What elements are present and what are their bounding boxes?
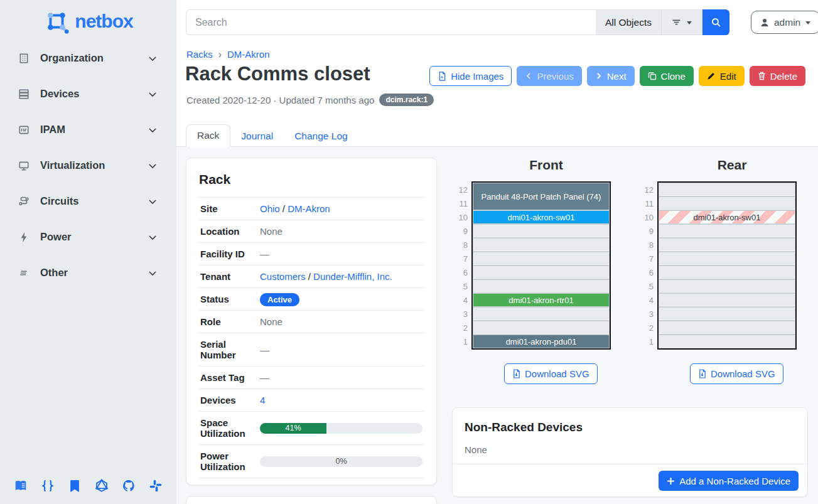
sidebar-item-label: Devices (40, 88, 148, 100)
site-group-link[interactable]: DM-Akron (288, 203, 330, 214)
caret-down-icon (686, 19, 692, 26)
table-row: Role None (199, 311, 424, 333)
unit-number: 11 (638, 197, 656, 211)
status-badge: Active (260, 293, 299, 306)
next-button[interactable]: Next (587, 66, 635, 86)
empty-unit-slot[interactable] (473, 321, 610, 335)
edit-button[interactable]: Edit (699, 66, 745, 86)
rack-device[interactable]: Panduit 48-Port Patch Panel (74) (473, 183, 609, 210)
sidebar-item-devices[interactable]: Devices (0, 76, 176, 112)
empty-unit-slot[interactable] (659, 224, 795, 238)
unit-number: 4 (638, 294, 656, 308)
sidebar-item-circuits[interactable]: Circuits (0, 183, 176, 219)
empty-unit-slot[interactable] (659, 238, 795, 252)
search-button[interactable] (702, 9, 729, 35)
docs-book-icon[interactable] (14, 479, 28, 493)
hide-images-button[interactable]: Hide Images (429, 66, 512, 86)
server-stack-icon (18, 88, 30, 100)
table-row: Site Ohio / DM-Akron (199, 198, 424, 220)
rack-device[interactable]: dmi01-akron-sw01 (473, 211, 609, 223)
non-racked-devices-panel: Non-Racked Devices None Add a Non-Racked… (452, 407, 808, 497)
empty-unit-slot[interactable] (659, 252, 795, 265)
table-row: Tenant Customers / Dunder-Mifflin, Inc. (199, 265, 424, 288)
unit-number: 12 (638, 183, 656, 197)
empty-unit-slot[interactable] (659, 265, 795, 279)
download-svg-rear-button[interactable]: Download SVG (690, 363, 783, 384)
location-value: None (260, 226, 422, 237)
api-braces-icon[interactable] (41, 479, 55, 493)
tenant-link[interactable]: Dunder-Mifflin, Inc. (313, 271, 392, 282)
sidebar-item-other[interactable]: Other (0, 255, 176, 291)
sidebar-item-label: Power (40, 231, 148, 243)
chevron-right-icon (595, 72, 603, 80)
unit-number: 6 (638, 266, 656, 280)
rack-info-panel: Rack Site Ohio / DM-Akron Location None (186, 158, 437, 485)
journal-bookmark-icon[interactable] (68, 479, 82, 493)
empty-unit-slot[interactable] (659, 279, 795, 293)
netbox-logo[interactable]: netbox (0, 0, 176, 36)
slack-icon[interactable] (149, 479, 163, 493)
rack-frame: Panduit 48-Port Patch Panel (74)dmi01-ak… (471, 181, 611, 350)
unit-number: 5 (638, 280, 656, 294)
empty-unit-slot[interactable] (659, 335, 795, 348)
site-link[interactable]: Ohio (260, 203, 280, 214)
device-count-link[interactable]: 4 (260, 395, 265, 405)
lightning-bolt-icon (18, 231, 30, 244)
space-utilization-bar: 41% (260, 423, 422, 434)
user-name: admin (774, 17, 800, 28)
unit-number: 4 (453, 294, 470, 308)
facility-id-value: — (260, 249, 422, 259)
sidebar-footer (0, 473, 176, 499)
image-file-icon (438, 72, 446, 81)
search-icon (711, 17, 721, 28)
sidebar-item-virtualization[interactable]: Virtualization (0, 147, 176, 183)
download-svg-front-button[interactable]: Download SVG (504, 363, 598, 384)
search-input[interactable] (186, 9, 596, 35)
sidebar: netbox Organization Devices (0, 0, 176, 504)
sidebar-item-power[interactable]: Power (0, 219, 176, 255)
empty-unit-slot[interactable] (473, 224, 610, 238)
previous-button[interactable]: Previous (517, 66, 581, 86)
user-menu-button[interactable]: admin (751, 11, 818, 34)
sidebar-item-organization[interactable]: Organization (0, 40, 176, 76)
add-non-racked-device-button[interactable]: Add a Non-Racked Device (659, 471, 799, 491)
search-scope-select[interactable]: All Objects (596, 9, 662, 35)
empty-unit-slot[interactable] (473, 265, 610, 279)
rack-device[interactable]: dmi01-akron-sw01 (659, 211, 795, 223)
empty-unit-slot[interactable] (659, 293, 795, 307)
unit-number: 11 (453, 197, 470, 211)
breadcrumb-link-racks[interactable]: Racks (186, 49, 213, 60)
table-row: Space Utilization 41% (199, 412, 424, 445)
github-icon[interactable] (122, 479, 136, 493)
empty-unit-slot[interactable] (659, 196, 795, 210)
object-meta: Created 2020-12-20 · Updated 7 months ag… (186, 94, 434, 106)
rack-device[interactable]: dmi01-akron-rtr01 (473, 294, 609, 306)
empty-unit-slot[interactable] (659, 307, 795, 321)
sidebar-item-ipam[interactable]: IPAM (0, 112, 176, 147)
unit-number: 9 (453, 225, 470, 239)
empty-unit-slot[interactable] (473, 279, 610, 293)
sidebar-item-label: Virtualization (40, 159, 148, 171)
empty-unit-slot[interactable] (473, 252, 610, 265)
tab-rack[interactable]: Rack (186, 124, 230, 147)
sidebar-item-label: Organization (40, 52, 148, 64)
delete-button[interactable]: Delete (750, 66, 805, 86)
empty-unit-slot[interactable] (473, 307, 610, 321)
rack-device[interactable]: dmi01-akron-pdu01 (473, 335, 609, 348)
tab-change-log[interactable]: Change Log (284, 126, 358, 147)
sidebar-item-label: Circuits (40, 195, 148, 207)
empty-unit-slot[interactable] (659, 183, 795, 196)
tab-journal[interactable]: Journal (230, 126, 284, 147)
tenant-group-link[interactable]: Customers (260, 271, 306, 282)
clone-button[interactable]: Clone (640, 66, 694, 86)
table-row: Status Active (199, 288, 424, 311)
graphql-icon[interactable] (95, 479, 109, 493)
empty-unit-slot[interactable] (659, 321, 795, 335)
search-filter-button[interactable] (662, 9, 702, 35)
created-updated-text: Created 2020-12-20 · Updated 7 months ag… (186, 95, 374, 105)
panel-title: Non-Racked Devices (453, 408, 807, 434)
empty-unit-slot[interactable] (473, 238, 610, 252)
chevron-down-icon (148, 125, 158, 135)
breadcrumb-link-dm-akron[interactable]: DM-Akron (227, 49, 270, 60)
filter-lines-icon (671, 17, 682, 28)
